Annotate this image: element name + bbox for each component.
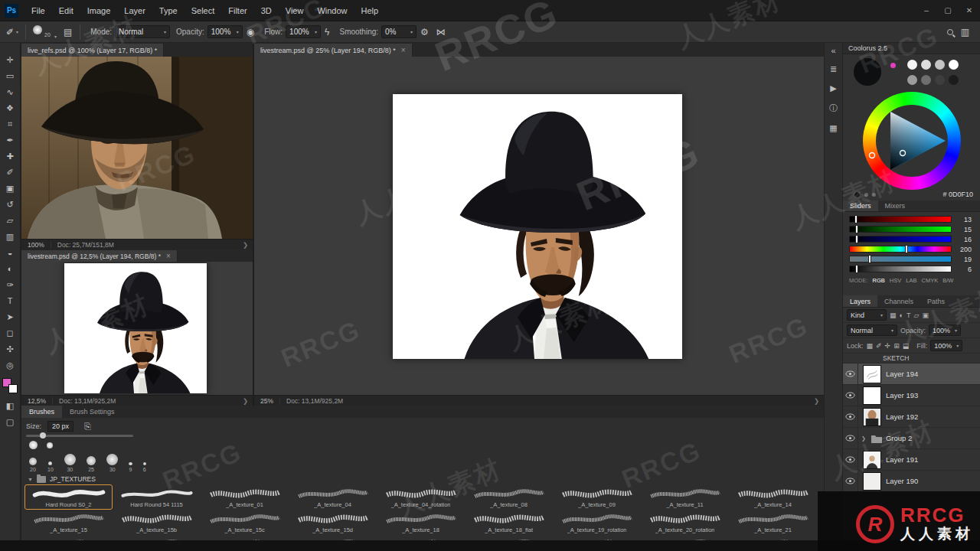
menu-item-help[interactable]: Help bbox=[354, 0, 386, 21]
layer-thumbnail[interactable] bbox=[863, 408, 881, 426]
brush--a-texture-15d[interactable]: _A_texture_15d bbox=[289, 510, 377, 535]
layer-row-layer-192[interactable]: Layer 192 bbox=[843, 406, 980, 428]
menu-item-image[interactable]: Image bbox=[80, 0, 118, 21]
fill-field[interactable]: 100%▾ bbox=[930, 340, 962, 351]
brush--a-texture-09[interactable]: _A_texture_09 bbox=[553, 484, 641, 510]
move-tool[interactable]: ✛ bbox=[1, 52, 19, 68]
smoothing-field[interactable]: 0%▾ bbox=[381, 25, 416, 38]
layer-opacity-field[interactable]: 100%▾ bbox=[929, 324, 961, 336]
tab-layers[interactable]: Layers bbox=[843, 295, 877, 307]
magenta-swatch[interactable] bbox=[890, 63, 896, 68]
brush-tip-icon[interactable] bbox=[29, 441, 38, 449]
swatch[interactable] bbox=[935, 60, 945, 70]
visibility-toggle-eye-icon[interactable] bbox=[843, 364, 858, 384]
status-chevron-icon[interactable]: ❯ bbox=[814, 397, 824, 405]
hex-value[interactable]: # 0D0F10 bbox=[942, 191, 973, 198]
swatch[interactable] bbox=[921, 60, 931, 70]
size-slider[interactable] bbox=[26, 435, 133, 437]
brush--a-texture-20-rotation[interactable]: _A_texture_20_rotation bbox=[641, 510, 729, 535]
visibility-toggle-eye-icon[interactable] bbox=[843, 406, 858, 427]
layer-thumbnail[interactable] bbox=[863, 365, 881, 383]
menu-item-window[interactable]: Window bbox=[310, 0, 354, 21]
mode-lab[interactable]: LAB bbox=[906, 277, 916, 284]
slider-v[interactable]: 6 bbox=[843, 264, 980, 274]
filter-adjustment-icon[interactable]: ◐ bbox=[900, 311, 903, 319]
tab-mixers[interactable]: Mixers bbox=[878, 201, 913, 211]
tab-brush-settings[interactable]: Brush Settings bbox=[62, 406, 122, 418]
slider-g[interactable]: 15 bbox=[843, 224, 980, 234]
pressure-size-icon[interactable]: ⎘ bbox=[84, 422, 91, 432]
coolorus-title[interactable]: Coolorus 2.5 bbox=[843, 43, 980, 54]
healing-brush-tool[interactable]: ✚ bbox=[1, 148, 19, 165]
brush-settings-panel-icon[interactable]: ≣ bbox=[830, 64, 837, 74]
quick-select-tool[interactable]: ❖ bbox=[1, 100, 19, 116]
small-doc-viewport[interactable] bbox=[21, 262, 253, 395]
tab-livestream-main[interactable]: livestream.psd @ 25% (Layer 194, RGB/8) … bbox=[254, 44, 413, 57]
brush--a-texture-15b[interactable]: _A_texture_15b bbox=[113, 510, 201, 535]
eraser-tool[interactable]: ▱ bbox=[1, 213, 19, 229]
workspace-switcher-icon[interactable]: ▥ bbox=[961, 27, 969, 37]
visibility-toggle-eye-icon[interactable] bbox=[843, 385, 858, 406]
eyedropper-tool[interactable]: ✒ bbox=[1, 132, 19, 148]
lock-all-icon[interactable]: ⬓ bbox=[903, 342, 910, 350]
brush--a-texture-15[interactable]: _A_texture_15 bbox=[24, 510, 113, 535]
slider-b[interactable]: 16 bbox=[843, 234, 980, 244]
lock-pixels-icon[interactable]: ✐ bbox=[876, 342, 882, 350]
brush--a-texture-18[interactable]: _A_texture_18 bbox=[377, 510, 465, 535]
zoom-field[interactable]: 100% bbox=[21, 241, 51, 249]
swatch[interactable] bbox=[921, 75, 931, 85]
libraries-panel-icon[interactable]: ▦ bbox=[829, 123, 837, 133]
slider-r[interactable]: 13 bbox=[843, 214, 980, 224]
status-chevron-icon[interactable]: ❯ bbox=[243, 397, 253, 405]
lasso-tool[interactable]: ∿ bbox=[1, 84, 19, 100]
color-dot-small[interactable] bbox=[872, 193, 876, 197]
brush-size-preset-30[interactable]: 30 bbox=[106, 454, 118, 472]
dodge-tool[interactable]: ◐ bbox=[1, 261, 19, 277]
airbrush-icon[interactable]: ϟ bbox=[325, 27, 329, 37]
layer-blend-select[interactable]: Normal▾ bbox=[847, 324, 897, 336]
close-icon[interactable]: ✕ bbox=[959, 0, 980, 21]
menu-item-layer[interactable]: Layer bbox=[117, 0, 152, 21]
size-slider-knob[interactable] bbox=[40, 432, 46, 439]
toggle-brush-panel-icon[interactable]: ▤ bbox=[64, 27, 72, 37]
swatch[interactable] bbox=[907, 75, 917, 85]
swatch[interactable] bbox=[949, 60, 959, 70]
opacity-field[interactable]: 100%▾ bbox=[207, 25, 243, 38]
menu-item-edit[interactable]: Edit bbox=[52, 0, 80, 21]
marquee-tool[interactable]: ▭ bbox=[1, 68, 19, 84]
brush-hard-round-s0-2[interactable]: Hard Round S0_2 bbox=[24, 484, 113, 510]
pressure-opacity-icon[interactable]: ◉ bbox=[247, 27, 254, 37]
folder-caret-icon[interactable]: ▼ bbox=[28, 477, 33, 482]
color-dot-small[interactable] bbox=[864, 193, 868, 197]
menu-item-select[interactable]: Select bbox=[185, 0, 222, 21]
brush-size-preset-25[interactable]: 25 bbox=[87, 456, 96, 473]
menu-item-filter[interactable]: Filter bbox=[221, 0, 253, 21]
brush-size-preset-6[interactable]: 6 bbox=[143, 462, 146, 472]
visibility-toggle-eye-icon[interactable] bbox=[843, 471, 858, 491]
brush--a-texture-14[interactable]: _A_texture_14 bbox=[729, 484, 817, 510]
type-tool[interactable]: T bbox=[1, 293, 19, 309]
history-brush-tool[interactable]: ↺ bbox=[1, 197, 19, 213]
layer-row-layer-193[interactable]: Layer 193 bbox=[843, 385, 980, 406]
minimize-icon[interactable]: – bbox=[916, 0, 937, 21]
filter-type-icon[interactable]: T bbox=[906, 311, 911, 319]
color-wheel[interactable] bbox=[863, 92, 961, 190]
brush-tool[interactable]: ✐ bbox=[1, 165, 19, 181]
sv-triangle[interactable] bbox=[863, 92, 961, 190]
visibility-toggle-eye-icon[interactable] bbox=[843, 449, 858, 470]
menu-item-file[interactable]: File bbox=[24, 0, 52, 21]
filter-shape-icon[interactable]: ▱ bbox=[913, 311, 919, 319]
clone-stamp-tool[interactable]: ▣ bbox=[1, 181, 19, 197]
kind-filter-select[interactable]: Kind▾ bbox=[847, 309, 887, 321]
search-icon[interactable] bbox=[947, 29, 953, 35]
layer-row-group-2[interactable]: ❯ Group 2 bbox=[843, 428, 980, 449]
brush--a-texture-15c[interactable]: _A_texture_15c bbox=[201, 510, 289, 535]
filter-pixel-icon[interactable]: ▦ bbox=[890, 311, 897, 319]
color-swatches[interactable] bbox=[2, 378, 18, 393]
brush--a-texture-19-rotation[interactable]: _A_texture_19_rotation bbox=[553, 510, 641, 535]
brush--a-texture-08[interactable]: _A_texture_08 bbox=[465, 484, 553, 510]
smoothing-gear-icon[interactable]: ⚙ bbox=[420, 27, 429, 37]
lock-artboard-icon[interactable]: ⊞ bbox=[893, 342, 900, 350]
active-tool-icon[interactable]: ✐▾ bbox=[0, 27, 21, 37]
maximize-icon[interactable]: ▢ bbox=[937, 0, 959, 21]
